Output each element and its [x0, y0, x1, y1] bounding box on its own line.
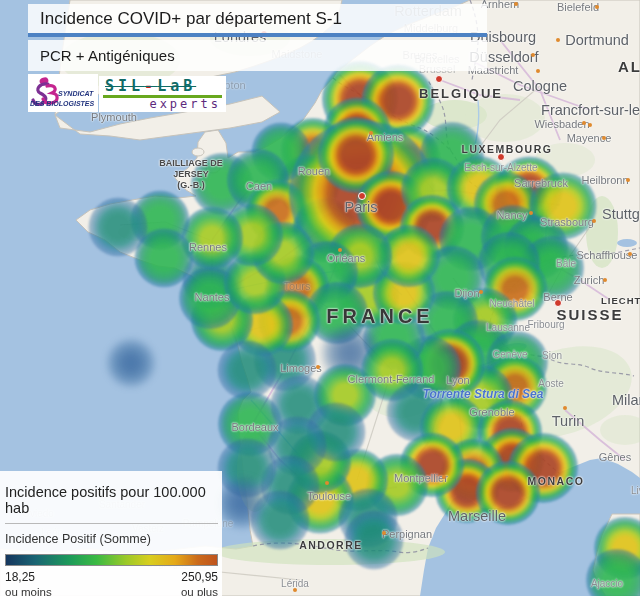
syndicat-label-line2: DES BIOLOGISTES	[30, 100, 94, 107]
legend-panel: Incidence positifs pour 100.000 hab Inci…	[0, 471, 222, 596]
heat-blob-red[interactable]	[476, 461, 540, 525]
heat-blob-teal[interactable]	[218, 341, 277, 400]
page-title: Incidence COVID+ par département S-1	[40, 9, 342, 28]
heat-blob-green[interactable]	[135, 229, 194, 288]
syndicat-des-biologistes-logo: SYNDICAT DES BIOLOGISTES	[28, 74, 98, 112]
sil-lab-experts-logo: SIL-LaB experts	[99, 76, 226, 112]
legend-divider	[5, 523, 218, 524]
legend-title: Incidence positifs pour 100.000 hab	[5, 484, 218, 516]
legend-gradient-bar	[5, 554, 218, 566]
legend-max-value: 250,95	[181, 570, 218, 584]
syndicat-label-line1: SYNDICAT	[58, 90, 93, 97]
map-canvas[interactable]: BELGIQUELUXEMBOURGFRANCESUISSEANDORREMON…	[0, 0, 640, 596]
report-title-bar: Incidence COVID+ par département S-1	[28, 4, 487, 37]
page-subtitle: PCR + Antigéniques	[40, 47, 175, 64]
legend-min-label: ou moins	[5, 586, 52, 596]
legend-min-value: 18,25	[5, 570, 35, 584]
report-subtitle-bar: PCR + Antigéniques	[28, 40, 487, 71]
sil-lab-wordmark: SIL-LaB	[105, 77, 220, 95]
legend-max-label: ou plus	[181, 586, 218, 596]
legend-field-label: Incidence Positif (Somme)	[5, 532, 218, 546]
heat-blob-teal[interactable]	[251, 491, 310, 550]
heat-blob-teal[interactable]	[345, 511, 404, 570]
heat-blob-dark[interactable]	[106, 338, 156, 388]
sil-lab-experts-label: experts	[149, 97, 221, 111]
